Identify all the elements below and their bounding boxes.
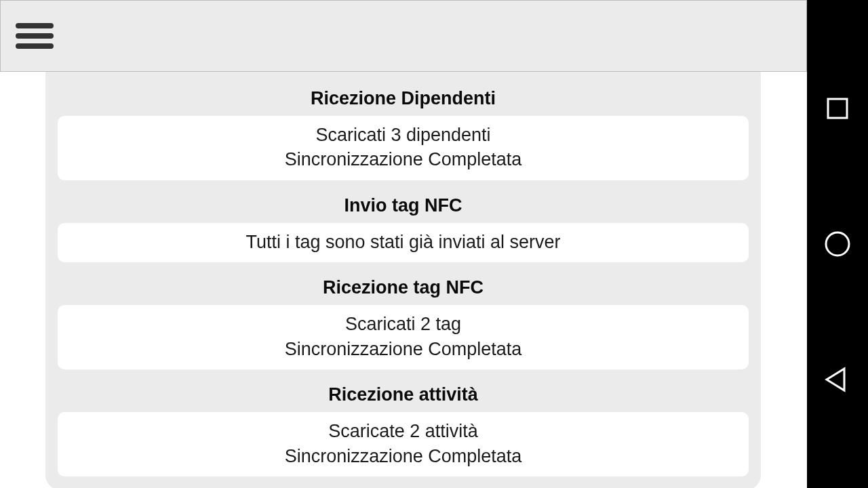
section-title-invio-nfc: Invio tag NFC — [58, 195, 749, 216]
status-line: Sincronizzazione Completata — [66, 444, 741, 468]
status-line: Sincronizzazione Completata — [66, 147, 741, 171]
status-line: Scaricati 2 tag — [66, 312, 741, 336]
hamburger-icon[interactable] — [16, 23, 54, 49]
status-line: Tutti i tag sono stati già inviati al se… — [66, 230, 741, 254]
status-line: Scaricate 2 attività — [66, 419, 741, 443]
sync-status-panel: Ricezione Dipendenti Scaricati 3 dipende… — [45, 72, 761, 488]
recent-apps-icon[interactable] — [821, 92, 854, 125]
status-line: Scaricati 3 dipendenti — [66, 123, 741, 147]
android-nav-bar — [807, 0, 868, 488]
section-title-ricezione-nfc: Ricezione tag NFC — [58, 277, 749, 298]
section-title-attivita: Ricezione attività — [58, 384, 749, 405]
section-box-ricezione-nfc: Scaricati 2 tag Sincronizzazione Complet… — [58, 305, 749, 369]
section-box-dipendenti: Scaricati 3 dipendenti Sincronizzazione … — [58, 116, 749, 180]
back-icon[interactable] — [821, 363, 854, 396]
svg-marker-2 — [827, 369, 844, 390]
svg-point-1 — [826, 232, 849, 256]
app-area: Ricezione Dipendenti Scaricati 3 dipende… — [0, 0, 807, 488]
svg-rect-0 — [828, 99, 847, 118]
section-title-dipendenti: Ricezione Dipendenti — [58, 88, 749, 109]
screen-root: Ricezione Dipendenti Scaricati 3 dipende… — [0, 0, 868, 488]
home-icon[interactable] — [821, 228, 854, 260]
section-box-attivita: Scaricate 2 attività Sincronizzazione Co… — [58, 412, 749, 476]
app-header — [0, 0, 807, 72]
status-line: Sincronizzazione Completata — [66, 337, 741, 361]
section-box-invio-nfc: Tutti i tag sono stati già inviati al se… — [58, 223, 749, 262]
